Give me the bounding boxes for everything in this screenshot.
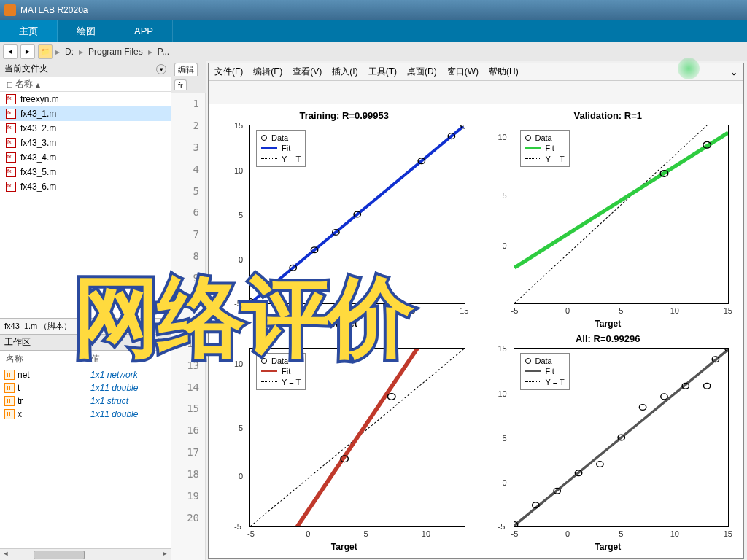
axes[interactable]: Data Fit Y = T -5 0 5 10 15 -5 0 5 10 1 xyxy=(514,348,729,527)
var-icon xyxy=(4,370,15,380)
legend: Data Fit Y = T xyxy=(520,130,570,167)
menu-view[interactable]: 查看(V) xyxy=(293,66,322,78)
svg-point-27 xyxy=(639,405,646,411)
x-axis-label: Target xyxy=(480,319,737,329)
workspace-table[interactable]: net1x1 network t1x11 double tr1x1 struct… xyxy=(0,368,171,548)
toolstrip-tabs: 主页 绘图 APP xyxy=(0,20,747,42)
axes[interactable]: Data Fit Y = T -5 0 5 10 15 -5 0 5 10 1 xyxy=(249,125,465,304)
svg-point-18 xyxy=(387,393,395,400)
x-axis-label: Target xyxy=(480,542,737,552)
menu-insert[interactable]: 插入(I) xyxy=(332,66,357,78)
figure-toolbar[interactable] xyxy=(209,81,743,104)
file-item[interactable]: fx43_6.m xyxy=(0,179,171,194)
menu-file[interactable]: 文件(F) xyxy=(214,66,243,78)
var-icon xyxy=(4,409,15,419)
ws-row[interactable]: x1x11 double xyxy=(0,408,171,421)
circle-icon xyxy=(261,358,267,364)
chart-title: All: R=0.99296 xyxy=(480,333,737,344)
svg-line-16 xyxy=(298,349,417,526)
panel-menu-icon[interactable]: ▾ xyxy=(156,338,166,348)
line-icon xyxy=(525,370,541,372)
path-seg1[interactable]: Program Files xyxy=(86,47,145,57)
svg-point-30 xyxy=(703,383,710,389)
axes[interactable]: Data Fit Y = T -5 0 5 10 -5 0 5 10 xyxy=(249,348,465,527)
circle-icon xyxy=(525,135,531,141)
line-icon xyxy=(261,370,277,372)
file-item[interactable]: freexyn.m xyxy=(0,92,171,106)
svg-point-25 xyxy=(596,462,603,467)
ws-row[interactable]: tr1x1 struct xyxy=(0,394,171,408)
x-axis-label: Target xyxy=(216,542,473,552)
editor-file-tab[interactable]: fr xyxy=(174,79,187,90)
address-bar: ◄ ► 📁 ▸ D: ▸ Program Files ▸ P... xyxy=(0,42,747,61)
menu-tools[interactable]: 工具(T) xyxy=(368,66,397,78)
file-item[interactable]: fx43_4.m xyxy=(0,150,171,165)
folder-icon[interactable]: 📁 xyxy=(38,44,53,59)
menu-desktop[interactable]: 桌面(D) xyxy=(407,66,437,78)
mfile-icon xyxy=(6,123,16,133)
chart-title: Validation: R=1 xyxy=(480,110,737,121)
sort-asc-icon[interactable]: ▴ xyxy=(36,79,40,90)
tab-app[interactable]: APP xyxy=(115,20,173,42)
editor-column: 编辑 fr 1234567891011121314151617181920 xyxy=(171,61,206,560)
tab-plot[interactable]: 绘图 xyxy=(58,20,115,42)
scroll-left-icon[interactable]: ◄ xyxy=(0,550,12,560)
collapse-button[interactable]: ⌄ xyxy=(730,67,738,77)
file-item[interactable]: fx43_2.m xyxy=(0,121,171,136)
nav-back-button[interactable]: ◄ xyxy=(3,44,18,59)
folder-icon: □ xyxy=(7,79,12,90)
h-scrollbar[interactable]: ◄ ► xyxy=(0,548,171,560)
subplot-test: Output ~= 1.6*Target + -2 Target Data xyxy=(216,335,473,551)
svg-point-28 xyxy=(660,394,667,400)
dotted-line-icon xyxy=(261,158,277,159)
titlebar: MATLAB R2020a xyxy=(0,0,747,20)
legend: Data Fit Y = T xyxy=(256,130,306,167)
menu-help[interactable]: 帮助(H) xyxy=(489,66,519,78)
panel-menu-icon[interactable]: ▾ xyxy=(156,64,166,74)
scroll-right-icon[interactable]: ► xyxy=(159,550,171,560)
cursor-highlight-icon xyxy=(678,58,700,79)
workspace-header: 工作区 ▾ xyxy=(0,335,171,351)
ws-row[interactable]: t1x11 double xyxy=(0,381,171,394)
file-item[interactable]: fx43_3.m xyxy=(0,136,171,150)
chart-title: Training: R=0.99953 xyxy=(216,110,473,121)
line-icon xyxy=(261,147,277,149)
file-detail: fx43_1.m （脚本） xyxy=(0,318,171,335)
dotted-line-icon xyxy=(525,158,541,159)
x-axis-label: Target xyxy=(216,319,473,329)
tab-home[interactable]: 主页 xyxy=(0,20,58,42)
menu-edit[interactable]: 编辑(E) xyxy=(253,66,282,78)
mfile-icon xyxy=(6,167,16,177)
circle-icon xyxy=(261,135,267,141)
menu-window[interactable]: 窗口(W) xyxy=(447,66,479,78)
scroll-thumb[interactable] xyxy=(34,551,85,559)
nav-fwd-button[interactable]: ► xyxy=(20,44,35,59)
legend: Data Fit Y = T xyxy=(520,353,570,390)
figure-window: 文件(F) 编辑(E) 查看(V) 插入(I) 工具(T) 桌面(D) 窗口(W… xyxy=(208,63,744,559)
file-item[interactable]: fx43_1.m xyxy=(0,106,171,121)
dotted-line-icon xyxy=(261,381,277,382)
mfile-icon xyxy=(6,109,16,119)
subplot-training: Training: R=0.99953 Output ~= 0.99*Targe… xyxy=(216,112,473,327)
editor-tab[interactable]: 编辑 xyxy=(174,63,198,76)
path-drive[interactable]: D: xyxy=(63,47,76,57)
line-numbers: 1234567891011121314151617181920 xyxy=(171,93,206,560)
app-title: MATLAB R2020a xyxy=(20,5,88,15)
mfile-icon xyxy=(6,182,16,192)
legend: Data Fit Y = T xyxy=(256,353,306,390)
ws-name-col[interactable]: 名称 xyxy=(0,351,85,368)
ws-val-col[interactable]: 值 xyxy=(85,351,171,368)
mfile-icon xyxy=(6,152,16,163)
subplot-validation: Validation: R=1 Output ~= 0.5*Target + 5… xyxy=(480,112,737,327)
file-list[interactable]: freexyn.m fx43_1.m fx43_2.m fx43_3.m fx4… xyxy=(0,92,171,318)
path-seg2[interactable]: P... xyxy=(155,47,171,57)
file-item[interactable]: fx43_5.m xyxy=(0,165,171,179)
figure-menubar: 文件(F) 编辑(E) 查看(V) 插入(I) 工具(T) 桌面(D) 窗口(W… xyxy=(209,63,743,81)
ws-row[interactable]: net1x1 network xyxy=(0,368,171,381)
name-column[interactable]: 名称 xyxy=(15,78,33,90)
matlab-logo-icon xyxy=(4,4,16,16)
circle-icon xyxy=(525,358,531,364)
axes[interactable]: Data Fit Y = T 0 5 10 -5 0 5 10 15 xyxy=(514,125,729,304)
mfile-icon xyxy=(6,138,16,148)
figure-canvas: Training: R=0.99953 Output ~= 0.99*Targe… xyxy=(209,104,743,558)
